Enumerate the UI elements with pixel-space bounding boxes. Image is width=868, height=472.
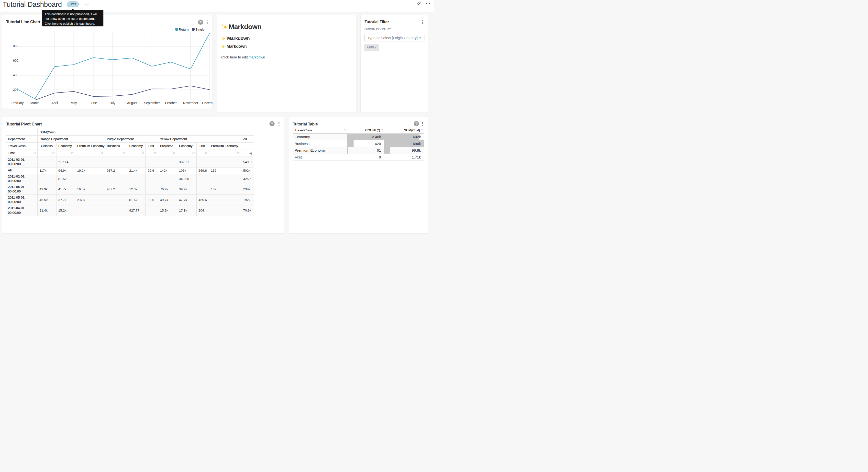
svg-text:September: September	[144, 101, 160, 105]
svg-text:Single: Single	[195, 28, 205, 31]
svg-text:April: April	[51, 101, 58, 105]
svg-text:400: 400	[13, 73, 18, 77]
svg-text:March: March	[30, 101, 39, 105]
svg-text:800: 800	[13, 44, 18, 48]
svg-text:May: May	[71, 101, 77, 105]
svg-text:June: June	[90, 101, 97, 105]
svg-text:August: August	[127, 101, 137, 105]
svg-text:February: February	[11, 101, 24, 105]
svg-text:600: 600	[13, 59, 18, 62]
svg-text:Return: Return	[179, 28, 189, 31]
svg-text:October: October	[165, 101, 177, 105]
svg-text:December: December	[202, 101, 213, 105]
svg-text:200: 200	[13, 88, 18, 91]
svg-text:November: November	[183, 101, 198, 105]
svg-text:July: July	[110, 101, 115, 105]
